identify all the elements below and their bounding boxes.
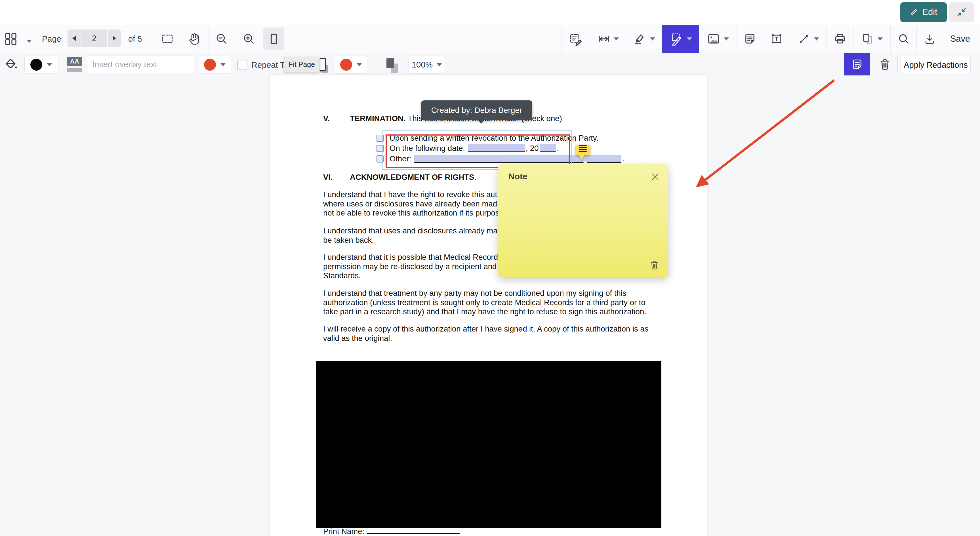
print-name-label: Print Name: [323, 527, 364, 536]
opacity-value: 100% [412, 60, 433, 70]
insert-overlay-text-input[interactable] [87, 56, 194, 73]
redaction-pencil-tool-active[interactable] [662, 25, 699, 53]
close-icon [650, 171, 660, 182]
toolbar-separator [154, 25, 155, 53]
note-popup-delete-button[interactable] [649, 260, 660, 270]
opacity-value-dropdown[interactable]: 100% [409, 56, 445, 74]
note-marker-tail [579, 155, 584, 160]
duplicate-page-tool[interactable] [853, 25, 890, 53]
image-tool[interactable] [699, 25, 737, 53]
document-paragraph: I understand that treatment by any party… [323, 289, 646, 317]
fill-color-tool[interactable] [4, 57, 18, 71]
pdf-page[interactable]: V. TERMINATION. This authorization will … [270, 75, 707, 536]
edit-button[interactable]: Edit [900, 2, 947, 22]
toolbar-separator [897, 56, 898, 72]
download-button[interactable] [917, 25, 943, 53]
document-line: not be able to revoke this authorization… [323, 208, 500, 218]
main-toolbar: Page 2 of 5 [0, 25, 980, 53]
previous-page-button[interactable] [68, 30, 81, 47]
search-icon [897, 33, 910, 45]
chevron-down-icon [814, 37, 819, 41]
document-paragraph: I understand that it is possible that Me… [323, 253, 498, 281]
opacity-button[interactable] [387, 58, 399, 71]
note-popup[interactable]: Note [498, 164, 668, 277]
toolbar-separator [208, 25, 209, 53]
note-annotation-marker[interactable] [575, 143, 590, 160]
section-heading-vi: VI. ACKNOWLEDGMENT OF RIGHTS. [323, 173, 476, 181]
note-popup-close-button[interactable] [650, 171, 660, 182]
pan-tool[interactable] [187, 32, 201, 45]
zoom-out-tool[interactable] [215, 32, 228, 45]
document-line: permission may be re-disclosed by a reci… [323, 262, 498, 271]
chevron-down-icon [614, 37, 619, 41]
apply-redactions-button[interactable]: Apply Redactions [901, 56, 970, 74]
collapse-toolbar-button[interactable] [949, 2, 974, 22]
zoom-in-tool[interactable] [242, 32, 255, 45]
trash-icon [878, 57, 891, 71]
page-thumbnails-button[interactable] [4, 32, 18, 46]
top-bar: Edit [0, 0, 980, 25]
print-button[interactable] [827, 25, 853, 53]
arrow-width-icon [597, 32, 610, 45]
black-color-swatch [30, 59, 42, 71]
applied-redaction-black-box[interactable] [316, 361, 661, 528]
line-width-tool[interactable] [590, 25, 626, 53]
outline-color-picker-black[interactable] [24, 56, 58, 74]
repeat-text-label: Repeat Te [251, 60, 289, 70]
font-style-bar-icon [67, 68, 82, 72]
fit-page-tooltip: Fit Page [284, 57, 320, 72]
next-page-button[interactable] [108, 30, 121, 47]
page-label: Page [42, 34, 61, 44]
line-tool[interactable] [790, 25, 827, 53]
chevron-left-icon [72, 36, 76, 41]
document-line: valid as the original. [323, 334, 648, 343]
page-total-label: of 5 [128, 34, 142, 44]
document-line: be taken back. [323, 236, 498, 245]
hand-icon [187, 32, 201, 45]
document-line: where uses or disclosures have already b… [323, 199, 500, 209]
printer-icon [834, 32, 846, 45]
repeat-text-checkbox[interactable] [237, 60, 247, 70]
document-line: I will receive a copy of this authorizat… [323, 324, 648, 334]
save-button[interactable]: Save [943, 25, 980, 53]
highlighter-tool[interactable] [626, 25, 662, 53]
chevron-down-icon [724, 37, 729, 41]
annotation-toolbar-group: Save [561, 25, 980, 53]
chevron-down-icon [356, 63, 362, 67]
note-icon [851, 58, 863, 71]
section-text: ACKNOWLEDGMENT OF RIGHTS. [350, 173, 476, 181]
document-line: I understand that uses and disclosures a… [323, 226, 498, 236]
page-number-value[interactable]: 2 [81, 30, 107, 47]
pdf-editor-app: Edit Page 2 of 5 [0, 0, 980, 536]
chevron-down-icon [220, 63, 226, 67]
overlay-text-style-button[interactable]: AA [67, 57, 82, 72]
delete-annotation-button[interactable] [878, 57, 891, 71]
redaction-outline-color-picker[interactable] [335, 56, 367, 74]
note-popup-title: Note [508, 171, 527, 181]
tooltip-pointer [478, 120, 485, 124]
document-paragraph: I understand that uses and disclosures a… [323, 226, 498, 245]
apply-redactions-label: Apply Redactions [904, 60, 968, 70]
zoom-in-icon [242, 32, 255, 45]
chevron-down-icon [650, 37, 655, 41]
thumbnails-dropdown-caret[interactable] [27, 43, 32, 48]
highlighter-icon [633, 32, 647, 46]
redaction-pencil-icon [669, 32, 684, 46]
image-icon [707, 32, 721, 46]
document-paragraph: I will receive a copy of this authorizat… [323, 324, 648, 343]
text-box-tool[interactable] [763, 25, 790, 53]
collapse-arrows-icon [956, 6, 967, 18]
redact-text-tool[interactable] [562, 25, 590, 53]
note-annotation-button-active[interactable] [844, 53, 870, 75]
redaction-outline[interactable] [386, 135, 570, 168]
chevron-down-icon [47, 63, 52, 67]
search-button[interactable] [891, 25, 916, 53]
single-page-view-button[interactable] [263, 27, 284, 50]
note-tool[interactable] [737, 25, 763, 53]
document-paragraph: I understand that I have the right to re… [323, 190, 500, 218]
marquee-select-tool[interactable] [161, 32, 174, 45]
document-line: I understand that I have the right to re… [323, 190, 500, 199]
page-stepper: 2 [68, 30, 121, 47]
overlay-text-color-picker[interactable] [199, 56, 231, 74]
duplicate-icon [861, 32, 874, 45]
